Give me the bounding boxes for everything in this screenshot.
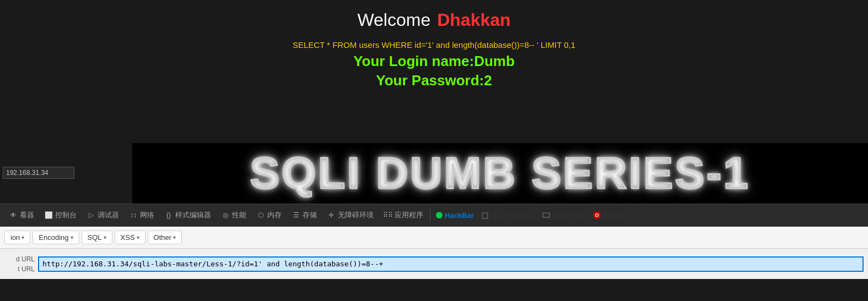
left-sidebar xyxy=(0,143,132,204)
app-icon: ⠿⠿ xyxy=(384,211,392,220)
devtools-performance[interactable]: ◎ 性能 xyxy=(217,208,251,222)
hacktools-icon xyxy=(542,212,550,218)
ext-hackbar[interactable]: HackBar xyxy=(433,210,477,221)
menu-ion[interactable]: ion ▾ xyxy=(4,231,30,244)
accessibility-icon: ✛ xyxy=(327,211,336,220)
hackbar-label: HackBar xyxy=(445,211,474,220)
menu-sql-label: SQL xyxy=(88,233,102,242)
xss-dropdown-arrow: ▾ xyxy=(137,234,139,240)
adblock-label: AdBlock xyxy=(603,211,629,220)
menu-other-label: Other xyxy=(154,233,172,242)
debugger-icon: ▷ xyxy=(87,211,95,220)
devtools-network[interactable]: ↕↕ 网络 xyxy=(125,208,159,222)
sql-dropdown-arrow: ▾ xyxy=(104,234,106,240)
toolbar-divider xyxy=(430,209,430,222)
sql-query: SELECT * FROM users WHERE id='1' and len… xyxy=(293,40,575,50)
memory-icon: ⬡ xyxy=(256,211,265,220)
inspector-label: 看器 xyxy=(20,210,34,220)
menu-encoding-label: Encoding xyxy=(39,233,68,242)
storage-label: 存储 xyxy=(303,210,317,220)
devtools-toolbar: 👁 看器 ⬜ 控制台 ▷ 调试器 ↕↕ 网络 {} 样式编辑器 ◎ 性能 ⬡ 内… xyxy=(0,204,868,227)
menu-other[interactable]: Other ▾ xyxy=(148,231,182,244)
hacktools-label: HackTools xyxy=(552,211,585,220)
url-labels: d URL t URL xyxy=(4,255,35,273)
console-icon: ⬜ xyxy=(44,211,53,220)
menu-sql[interactable]: SQL ▾ xyxy=(82,231,112,244)
ext-adblock[interactable]: O AdBlock xyxy=(590,210,633,221)
network-icon: ↕↕ xyxy=(129,211,138,220)
devtools-accessibility[interactable]: ✛ 无障碍环境 xyxy=(322,208,378,222)
url-input[interactable] xyxy=(38,256,864,272)
accessibility-label: 无障碍环境 xyxy=(338,210,374,220)
url-area: d URL t URL xyxy=(0,249,868,279)
max-hackbar-label: Max HacKBar xyxy=(490,211,535,220)
password-label: Your Password:2 xyxy=(376,72,492,89)
banner-container: SQLI DUMB SERIES-1 xyxy=(132,143,868,204)
storage-icon: ☰ xyxy=(292,211,300,220)
devtools-console[interactable]: ⬜ 控制台 xyxy=(40,208,81,222)
memory-label: 内存 xyxy=(267,210,282,220)
lock-icon xyxy=(482,212,488,219)
devtools-inspector[interactable]: 👁 看器 xyxy=(4,208,39,222)
devtools-memory[interactable]: ⬡ 内存 xyxy=(252,208,286,222)
menu-encoding[interactable]: Encoding ▾ xyxy=(33,231,79,244)
devtools-app[interactable]: ⠿⠿ 应用程序 xyxy=(379,208,428,222)
ext-max-hackbar[interactable]: Max HacKBar xyxy=(478,210,538,221)
performance-label: 性能 xyxy=(232,210,246,220)
console-label: 控制台 xyxy=(55,210,77,220)
devtools-style-editor[interactable]: {} 样式编辑器 xyxy=(160,208,215,222)
banner-text: SQLI DUMB SERIES-1 xyxy=(250,148,751,199)
ip-input[interactable] xyxy=(3,167,74,179)
welcome-line: Welcome Dhakkan xyxy=(357,10,510,30)
menu-ion-label: ion xyxy=(10,233,20,242)
performance-icon: ◎ xyxy=(221,211,230,220)
style-editor-icon: {} xyxy=(164,211,173,220)
network-label: 网络 xyxy=(140,210,154,220)
other-dropdown-arrow: ▾ xyxy=(173,234,176,240)
menu-xss-label: XSS xyxy=(121,233,135,242)
hackbar-toolbar: ion ▾ Encoding ▾ SQL ▾ XSS ▾ Other ▾ xyxy=(0,227,868,249)
debugger-label: 调试器 xyxy=(98,210,119,220)
devtools-debugger[interactable]: ▷ 调试器 xyxy=(82,208,123,222)
main-content: Welcome Dhakkan SELECT * FROM users WHER… xyxy=(0,0,868,204)
url-label-top: d URL xyxy=(4,255,35,263)
ext-hacktools[interactable]: HackTools xyxy=(539,210,589,221)
menu-xss[interactable]: XSS ▾ xyxy=(115,231,145,244)
hackbar-dot xyxy=(436,212,443,218)
inspector-icon: 👁 xyxy=(9,211,18,220)
adblock-icon: O xyxy=(593,211,601,219)
url-label-bottom: t URL xyxy=(4,265,35,273)
style-editor-label: 样式编辑器 xyxy=(175,210,211,220)
login-name: Your Login name:Dumb xyxy=(353,53,515,70)
app-label: 应用程序 xyxy=(395,210,423,220)
username-label: Dhakkan xyxy=(437,10,510,30)
ion-dropdown-arrow: ▾ xyxy=(21,234,24,240)
welcome-label: Welcome xyxy=(357,10,430,30)
encoding-dropdown-arrow: ▾ xyxy=(71,234,73,240)
devtools-storage[interactable]: ☰ 存储 xyxy=(287,208,321,222)
